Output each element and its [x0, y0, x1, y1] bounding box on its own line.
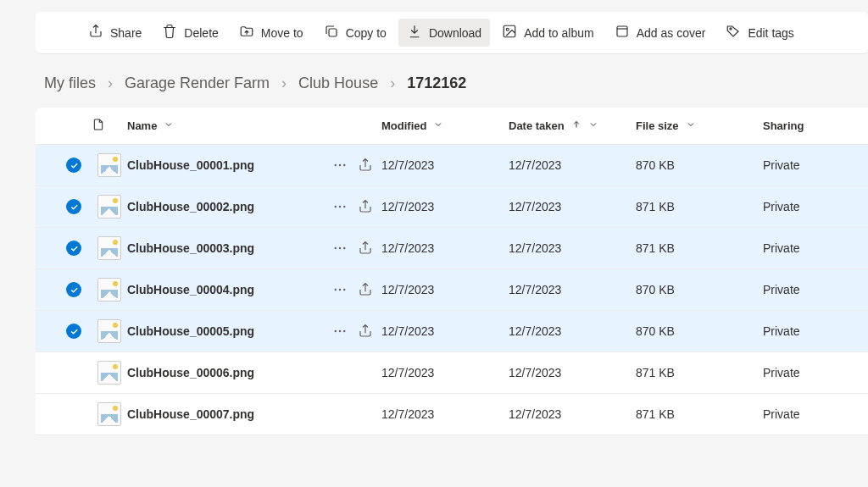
column-name-label: Name [127, 119, 157, 132]
cover-icon [615, 24, 630, 42]
add-as-cover-button[interactable]: Add as cover [606, 19, 715, 47]
chevron-down-icon [164, 119, 174, 132]
file-sharing: Private [763, 200, 800, 213]
download-button[interactable]: Download [398, 19, 490, 47]
move-to-button[interactable]: Move to [231, 19, 312, 47]
file-sharing: Private [763, 241, 800, 255]
file-date-taken: 12/7/2023 [509, 200, 561, 213]
checkmark-icon[interactable] [66, 199, 81, 214]
file-date-taken: 12/7/2023 [509, 283, 561, 296]
more-options-icon[interactable] [332, 282, 348, 297]
table-row[interactable]: ClubHouse_00005.png 12/7/2023 12/7/2023 … [36, 311, 868, 352]
share-icon[interactable] [358, 199, 373, 214]
table-row[interactable]: ClubHouse_00007.png 12/7/2023 12/7/2023 … [36, 394, 868, 435]
more-options-icon[interactable] [332, 324, 348, 339]
edit-tags-label: Edit tags [748, 26, 793, 40]
download-label: Download [429, 26, 481, 40]
column-file-size-label: File size [636, 119, 679, 132]
file-modified: 12/7/2023 [381, 366, 434, 379]
table-row[interactable]: ClubHouse_00001.png 12/7/2023 12/7/2023 … [36, 145, 868, 186]
breadcrumb: My files › Garage Render Farm › Club Hou… [0, 54, 868, 108]
file-name[interactable]: ClubHouse_00007.png [127, 407, 254, 421]
column-sharing[interactable]: Sharing [763, 119, 848, 132]
share-icon[interactable] [358, 158, 373, 173]
share-icon[interactable] [358, 241, 373, 256]
file-modified: 12/7/2023 [381, 158, 434, 172]
column-name[interactable]: Name [127, 119, 381, 132]
edit-tags-button[interactable]: Edit tags [717, 19, 802, 47]
file-name[interactable]: ClubHouse_00001.png [127, 158, 254, 172]
file-size: 871 KB [636, 366, 675, 379]
checkmark-icon[interactable] [66, 324, 81, 339]
share-icon[interactable] [358, 282, 373, 297]
more-options-icon[interactable] [332, 158, 348, 173]
move-to-label: Move to [261, 26, 303, 40]
chevron-right-icon: › [281, 75, 287, 92]
more-options-icon[interactable] [332, 241, 348, 256]
table-row[interactable]: ClubHouse_00004.png 12/7/2023 12/7/2023 … [36, 269, 868, 311]
table-row[interactable]: ClubHouse_00002.png 12/7/2023 12/7/2023 … [36, 186, 868, 228]
file-size: 871 KB [636, 407, 675, 421]
image-thumbnail-icon [97, 278, 121, 302]
table-row[interactable]: ClubHouse_00006.png 12/7/2023 12/7/2023 … [36, 352, 868, 394]
chevron-right-icon: › [108, 75, 113, 92]
file-sharing: Private [763, 407, 800, 421]
file-sharing: Private [763, 324, 800, 338]
share-button[interactable]: Share [80, 19, 150, 47]
image-thumbnail-icon [97, 402, 121, 426]
file-date-taken: 12/7/2023 [509, 241, 561, 255]
breadcrumb-item-my-files[interactable]: My files [44, 75, 96, 92]
add-as-cover-label: Add as cover [637, 26, 706, 40]
column-file-size[interactable]: File size [636, 119, 763, 132]
add-to-album-button[interactable]: Add to album [493, 19, 603, 47]
file-type-icon [92, 118, 105, 131]
svg-point-5 [335, 164, 337, 166]
svg-point-9 [339, 206, 341, 208]
svg-point-12 [339, 247, 341, 249]
file-size: 870 KB [636, 283, 675, 296]
share-icon[interactable] [358, 324, 373, 339]
svg-point-8 [335, 206, 337, 208]
breadcrumb-item-current: 1712162 [407, 75, 466, 92]
breadcrumb-item-folder-1[interactable]: Garage Render Farm [125, 75, 270, 92]
column-date-taken[interactable]: Date taken [509, 119, 636, 132]
download-icon [407, 24, 422, 42]
file-name[interactable]: ClubHouse_00005.png [127, 324, 254, 338]
file-name[interactable]: ClubHouse_00003.png [127, 241, 254, 255]
image-thumbnail-icon [97, 195, 121, 219]
file-size: 871 KB [636, 200, 675, 213]
file-modified: 12/7/2023 [381, 407, 434, 421]
breadcrumb-item-folder-2[interactable]: Club House [298, 75, 378, 92]
folder-move-icon [239, 24, 254, 42]
checkmark-icon[interactable] [66, 282, 81, 297]
svg-rect-3 [617, 26, 627, 36]
file-modified: 12/7/2023 [381, 200, 434, 213]
file-modified: 12/7/2023 [381, 283, 434, 296]
file-modified: 12/7/2023 [381, 241, 434, 255]
delete-button[interactable]: Delete [153, 19, 226, 47]
checkmark-icon[interactable] [66, 158, 81, 173]
table-row[interactable]: ClubHouse_00003.png 12/7/2023 12/7/2023 … [36, 228, 868, 269]
checkmark-icon[interactable] [66, 241, 81, 256]
chevron-down-icon [433, 119, 443, 132]
svg-point-13 [343, 247, 345, 249]
svg-point-6 [339, 164, 341, 166]
column-date-taken-label: Date taken [509, 119, 565, 132]
tag-icon [726, 24, 741, 42]
more-options-icon[interactable] [332, 199, 348, 214]
file-name[interactable]: ClubHouse_00002.png [127, 200, 254, 213]
copy-icon [324, 24, 339, 42]
column-modified[interactable]: Modified [381, 119, 509, 132]
svg-point-7 [343, 164, 345, 166]
file-date-taken: 12/7/2023 [509, 366, 561, 379]
chevron-down-icon [686, 119, 696, 132]
svg-point-14 [335, 289, 337, 291]
delete-label: Delete [184, 26, 218, 40]
file-name[interactable]: ClubHouse_00004.png [127, 283, 254, 296]
file-modified: 12/7/2023 [381, 324, 434, 338]
image-thumbnail-icon [97, 319, 121, 343]
copy-to-button[interactable]: Copy to [315, 19, 395, 47]
svg-point-10 [343, 206, 345, 208]
column-modified-label: Modified [381, 119, 426, 132]
file-name[interactable]: ClubHouse_00006.png [127, 366, 254, 379]
